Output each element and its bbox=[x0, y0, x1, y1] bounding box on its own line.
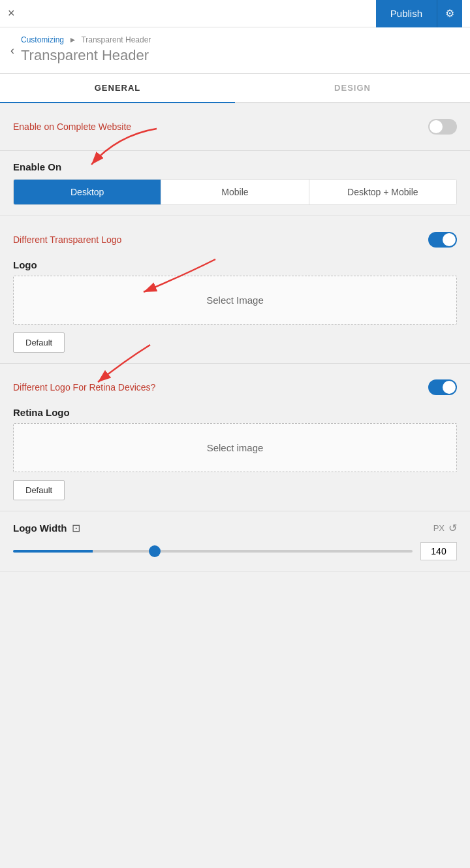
close-icon[interactable]: × bbox=[8, 7, 15, 20]
breadcrumb-page: Transparent Header bbox=[81, 35, 151, 44]
enable-website-toggle[interactable] bbox=[428, 119, 457, 135]
logo-section: Different Transparent Logo Logo Select I… bbox=[0, 216, 470, 364]
enable-website-section: Enable on Complete Website bbox=[0, 103, 470, 151]
gear-icon: ⚙ bbox=[445, 7, 454, 20]
select-image-button[interactable]: Select Image bbox=[13, 276, 457, 325]
breadcrumb: Customizing ► Transparent Header bbox=[21, 35, 151, 44]
default-button[interactable]: Default bbox=[13, 332, 65, 353]
monitor-icon: ⊡ bbox=[72, 522, 80, 534]
enable-website-label: Enable on Complete Website bbox=[13, 121, 131, 132]
breadcrumb-customizing[interactable]: Customizing bbox=[21, 35, 64, 44]
gear-button[interactable]: ⚙ bbox=[437, 0, 462, 27]
breadcrumb-sep: ► bbox=[69, 35, 76, 44]
different-logo-toggle[interactable] bbox=[428, 232, 457, 248]
back-arrow[interactable]: ‹ bbox=[10, 44, 14, 56]
enable-on-section: Enable On Desktop Mobile Desktop + Mobil… bbox=[0, 151, 470, 216]
logo-width-slider[interactable] bbox=[13, 550, 413, 553]
enable-on-group: Desktop Mobile Desktop + Mobile bbox=[13, 179, 457, 205]
retina-label: Different Logo For Retina Devices? bbox=[13, 382, 155, 393]
logo-width-input[interactable]: 140 bbox=[420, 542, 457, 560]
enable-on-mobile[interactable]: Mobile bbox=[161, 180, 309, 204]
retina-toggle[interactable] bbox=[428, 379, 457, 395]
enable-on-desktop[interactable]: Desktop bbox=[14, 180, 161, 204]
top-bar: × Publish ⚙ bbox=[0, 0, 470, 27]
header-section: ‹ Customizing ► Transparent Header Trans… bbox=[0, 27, 470, 74]
reset-icon[interactable]: ↺ bbox=[448, 522, 457, 534]
select-image-2-button[interactable]: Select image bbox=[13, 423, 457, 472]
page-title: Transparent Header bbox=[21, 47, 151, 64]
default-2-button[interactable]: Default bbox=[13, 480, 65, 500]
enable-on-desktop-mobile[interactable]: Desktop + Mobile bbox=[309, 180, 456, 204]
tab-design[interactable]: DESIGN bbox=[235, 74, 470, 102]
logo-width-label: Logo Width bbox=[13, 522, 67, 534]
enable-on-label: Enable On bbox=[13, 161, 457, 172]
logo-width-section: Logo Width ⊡ PX ↺ 140 bbox=[0, 511, 470, 571]
tabs: GENERAL DESIGN bbox=[0, 74, 470, 103]
different-logo-label: Different Transparent Logo bbox=[13, 234, 121, 245]
px-label: PX bbox=[433, 523, 445, 533]
publish-button[interactable]: Publish bbox=[376, 0, 437, 27]
retina-section: Different Logo For Retina Devices? Retin… bbox=[0, 364, 470, 511]
retina-logo-label: Retina Logo bbox=[13, 407, 457, 418]
logo-label: Logo bbox=[13, 259, 457, 270]
tab-general[interactable]: GENERAL bbox=[0, 74, 235, 102]
